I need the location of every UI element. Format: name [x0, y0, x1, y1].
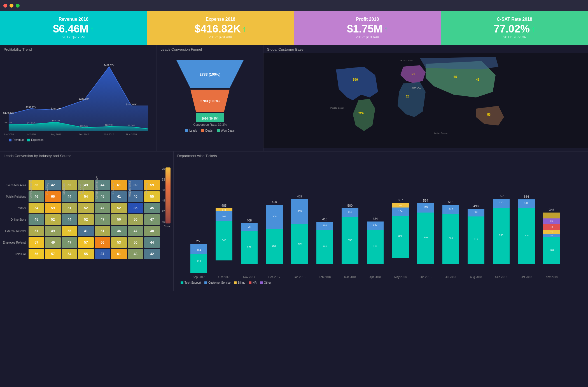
- svg-text:Aug 2018: Aug 2018: [51, 133, 61, 136]
- close-icon[interactable]: [3, 4, 7, 8]
- svg-text:332: 332: [398, 235, 402, 237]
- svg-text:104: 104: [398, 210, 402, 213]
- kpi-profit-arrow: ↑: [384, 25, 388, 34]
- heatmap-cell: 49: [45, 237, 61, 248]
- legend-expenses: Expenses: [27, 138, 43, 141]
- kpi-expense-arrow: ↑: [242, 25, 246, 34]
- svg-text:94: 94: [399, 204, 402, 207]
- svg-text:$44.01K: $44.01K: [27, 122, 35, 124]
- deals-box: [201, 129, 204, 132]
- heatmap-cell: 66: [95, 237, 110, 248]
- svg-text:418: 418: [322, 218, 327, 221]
- svg-text:Indian Ocean: Indian Ocean: [434, 132, 447, 134]
- kpi-expense-prev: 2017: $79.40K: [209, 35, 232, 39]
- legend-revenue: Revenue: [9, 138, 24, 141]
- svg-text:Feb 2018: Feb 2018: [319, 276, 331, 279]
- heatmap-cell: 45: [29, 214, 44, 225]
- titlebar: [0, 0, 588, 11]
- svg-text:314: 314: [474, 238, 478, 241]
- kpi-profit-title: Profit 2018: [356, 17, 379, 22]
- kpi-csat-arrow: ↑: [531, 25, 535, 34]
- kpi-csat: C-SAT Rate 2018 77.02% ↑ 2017: 76.95%: [441, 11, 588, 45]
- svg-text:507: 507: [398, 198, 403, 202]
- kpi-csat-value: 77.02% ↑: [494, 23, 535, 35]
- svg-text:300: 300: [524, 234, 528, 237]
- svg-text:Jul 2018: Jul 2018: [26, 133, 36, 136]
- heatmap-cell: 57: [29, 237, 44, 248]
- svg-text:$137.08K: $137.08K: [126, 103, 137, 106]
- svg-text:300: 300: [272, 215, 276, 218]
- svg-text:115: 115: [423, 206, 428, 209]
- svg-text:304: 304: [222, 215, 226, 218]
- profitability-legend: Revenue Expenses: [0, 138, 157, 142]
- svg-text:272: 272: [247, 246, 251, 249]
- svg-text:37: 37: [550, 234, 553, 237]
- svg-text:424: 424: [373, 217, 378, 220]
- heatmap-cell: 52: [45, 214, 61, 225]
- kpi-row: Revenue 2018 $6.46M ↑ 2017: $2.76M Expen…: [0, 11, 588, 45]
- col-communications: Communications: [29, 179, 45, 199]
- svg-text:173: 173: [549, 249, 554, 251]
- kpi-csat-title: C-SAT Rate 2018: [497, 17, 532, 22]
- heatmap-row-label: External Referral: [3, 230, 28, 233]
- heatmap-row-label: Sales Mail Alias: [3, 184, 28, 187]
- heatmap-row: Cold Call5657545537614842: [3, 249, 171, 259]
- svg-text:100: 100: [373, 223, 377, 226]
- svg-text:500: 500: [347, 204, 353, 207]
- svg-text:Jun 2018: Jun 2018: [420, 276, 431, 279]
- heatmap-title: Leads Conversion by Industry and Source: [0, 151, 173, 159]
- heatmap-row: External Referral5149554151464748: [3, 226, 171, 236]
- svg-text:Aug 2018: Aug 2018: [470, 276, 482, 279]
- heatmap-cell: 48: [144, 226, 160, 236]
- svg-text:345: 345: [222, 239, 226, 242]
- svg-text:557: 557: [499, 194, 504, 198]
- svg-text:309: 309: [297, 210, 302, 213]
- svg-text:$69.14K: $69.14K: [52, 119, 60, 122]
- heatmap-cell: 44: [144, 237, 160, 248]
- svg-rect-128: [543, 213, 560, 218]
- bar-chart-svg: 258 Sep 2017 113 104 485 Oct 2017 345 30…: [177, 161, 584, 279]
- heatmap-cell: 47: [144, 214, 160, 225]
- minimize-icon[interactable]: [10, 4, 13, 8]
- kpi-profit-prev: 2017: $10.64K: [356, 35, 379, 39]
- svg-text:143: 143: [222, 209, 226, 211]
- won-deals-box: [217, 129, 220, 132]
- heatmap-cell: 55: [62, 226, 77, 236]
- svg-text:289: 289: [272, 244, 276, 247]
- heatmap-cell: 37: [95, 249, 110, 259]
- funnel-panel: Leads Conversion Funnel 2783 (100%) 2783…: [157, 45, 263, 151]
- svg-text:Sep 2018: Sep 2018: [79, 133, 89, 136]
- svg-text:Mar 2018: Mar 2018: [344, 276, 356, 279]
- svg-text:72: 72: [550, 231, 553, 234]
- svg-text:Oct 2018: Oct 2018: [521, 276, 532, 279]
- heatmap-row-label: Cold Call: [3, 253, 28, 256]
- svg-text:Nov 2017: Nov 2017: [243, 276, 255, 279]
- svg-text:113: 113: [197, 260, 201, 263]
- svg-text:278: 278: [373, 245, 377, 248]
- col-govt: Government/Military: [95, 179, 111, 199]
- svg-text:308: 308: [449, 237, 453, 240]
- heatmap-content: Communications Consulting Education Fina…: [0, 159, 173, 261]
- svg-text:49: 49: [550, 226, 553, 228]
- kpi-revenue-title: Revenue 2018: [59, 17, 88, 22]
- funnel-title: Leads Conversion Funnel: [157, 45, 263, 53]
- kpi-expense: Expense 2018 $416.82K ↑ 2017: $79.40K: [147, 11, 294, 45]
- col-tech: Technology: [145, 179, 161, 199]
- svg-text:Jan 2018: Jan 2018: [294, 276, 305, 279]
- world-map-svg: 599 224 21 28 65 43 53 AFRICA Arctic Oce…: [263, 53, 588, 148]
- svg-text:118: 118: [449, 207, 453, 210]
- svg-text:258: 258: [196, 239, 201, 243]
- heatmap-cell: 61: [111, 249, 127, 259]
- svg-text:202: 202: [323, 245, 327, 248]
- maximize-icon[interactable]: [16, 4, 20, 8]
- heatmap-cell: 49: [45, 226, 61, 236]
- heatmap-col-labels: Communications Consulting Education Fina…: [3, 160, 171, 179]
- svg-text:$15.36K: $15.36K: [80, 125, 88, 127]
- heatmap-row-label: Partner: [3, 207, 28, 210]
- heatmap-cell: 35: [128, 203, 143, 213]
- bar-chart-legend: Tech Support Customer Service Billing HR…: [177, 280, 584, 285]
- heatmap-row-label: Employee Referral: [3, 241, 28, 244]
- bar-panel: Department wise Tickets 258 Sep 2017 113…: [174, 151, 588, 291]
- kpi-expense-title: Expense 2018: [206, 17, 235, 22]
- scale-labels: 70 63 56 49 42 35: [162, 167, 165, 223]
